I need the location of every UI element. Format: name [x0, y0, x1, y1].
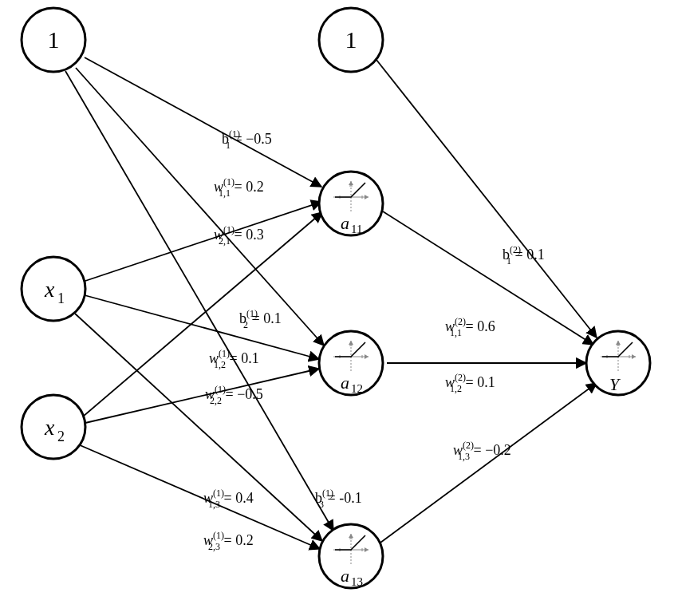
label-w21-l1: w(1)2,1 = 0.3	[214, 224, 264, 247]
neural-network-diagram: 1 x 1 x 2 1 a 11 a 12 a 13 Y	[0, 0, 674, 616]
edge-a13-Y	[380, 383, 597, 543]
node-bias-hidden-label: 1	[345, 26, 357, 53]
label-w12-l2: w(2)1,2 = 0.1	[445, 372, 495, 394]
edge-bias1-a12	[76, 68, 324, 346]
label-w13-l1: w(1)1,3 = 0.4	[203, 488, 254, 510]
label-w13-l2: w(2)1,3 = −0.2	[453, 440, 511, 462]
edge-x1-a13	[75, 314, 322, 541]
node-a11-sub: 11	[351, 223, 362, 235]
node-x2: x 2	[22, 395, 85, 459]
node-bias-input: 1	[22, 8, 85, 72]
node-bias-input-label: 1	[48, 26, 60, 53]
edge-bias1-a11	[85, 57, 321, 187]
label-w23-l1: w(1)2,3 = 0.2	[203, 530, 254, 552]
label-b3-l1: b(1)3 = -0.1	[315, 488, 362, 510]
node-a13-label: a	[341, 566, 349, 586]
label-b2-l1: b(1)2 = 0.1	[239, 308, 282, 330]
node-bias-hidden: 1	[319, 8, 383, 72]
node-a11: a 11	[319, 172, 383, 235]
node-Y: Y	[586, 331, 650, 395]
node-x2-sub: 2	[57, 428, 65, 444]
edge-x1-a11	[83, 202, 321, 282]
edge-x2-a13	[78, 444, 320, 549]
node-a11-label: a	[341, 213, 349, 233]
node-x2-label: x	[44, 415, 55, 440]
node-a13-sub: 13	[351, 575, 363, 588]
edge-x2-a11	[83, 212, 322, 417]
node-a13: a 13	[319, 524, 383, 588]
label-w22-l1: w(1)2,2 = −0.5	[205, 384, 263, 406]
node-x1-sub: 1	[57, 290, 65, 306]
node-a12-sub: 12	[351, 382, 363, 395]
node-a12-label: a	[341, 373, 349, 393]
edge-bias2-Y	[373, 56, 597, 338]
label-w12-l1: w(1)1,2 = 0.1	[209, 348, 259, 370]
node-x1-label: x	[44, 277, 55, 302]
node-a12: a 12	[319, 331, 383, 395]
edge-x2-a12	[85, 369, 319, 423]
label-w11-l2: w(2)1,1 = 0.6	[445, 316, 495, 338]
node-x1: x 1	[22, 257, 85, 321]
label-w11-l1: w(1)1,1 = 0.2	[214, 176, 264, 199]
label-b1-l1: b(1)1 = −0.5	[222, 128, 272, 151]
